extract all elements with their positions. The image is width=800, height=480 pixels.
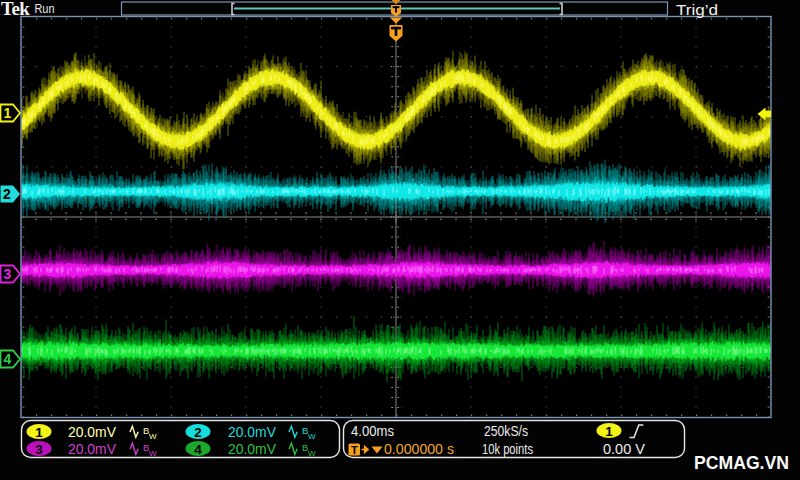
svg-text:4: 4 (194, 442, 202, 457)
svg-text:W: W (308, 449, 316, 458)
svg-text:20.0mV: 20.0mV (228, 441, 276, 457)
svg-text:W: W (308, 432, 316, 441)
svg-text:W: W (149, 432, 157, 441)
svg-text:250kS/s: 250kS/s (484, 423, 528, 439)
svg-text:1: 1 (4, 105, 12, 121)
svg-text:0.000000 s: 0.000000 s (384, 441, 454, 457)
svg-text:2: 2 (3, 186, 11, 202)
svg-text:Run: Run (35, 2, 55, 16)
svg-text:W: W (149, 449, 157, 458)
svg-text:0.00 V: 0.00 V (603, 441, 645, 457)
svg-text:20.0mV: 20.0mV (68, 441, 116, 457)
svg-text:1: 1 (605, 424, 613, 439)
svg-text:T: T (351, 444, 358, 456)
svg-text:Trig’d: Trig’d (676, 2, 718, 18)
svg-text:3: 3 (35, 442, 43, 457)
svg-text:Tek: Tek (1, 0, 30, 19)
svg-text:1: 1 (35, 425, 43, 440)
svg-text:4.00ms: 4.00ms (351, 423, 394, 439)
svg-text:4: 4 (4, 351, 12, 367)
svg-text:10k points: 10k points (482, 441, 533, 457)
svg-text:PCMAG.VN: PCMAG.VN (694, 452, 789, 473)
svg-text:3: 3 (4, 266, 12, 282)
svg-text:20.0mV: 20.0mV (228, 424, 276, 440)
svg-text:20.0mV: 20.0mV (68, 424, 116, 440)
svg-text:2: 2 (194, 425, 202, 440)
